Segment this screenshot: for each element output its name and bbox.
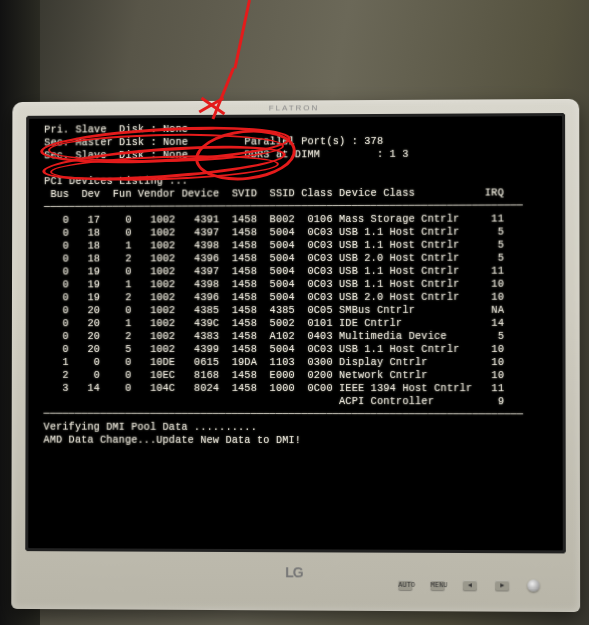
monitor-btn-auto[interactable]: AUTO (398, 580, 412, 590)
screen-bezel: Pri. Slave Disk : None Sec. Master Disk … (25, 113, 566, 553)
monitor-power-button[interactable] (527, 579, 539, 591)
monitor-btn-left[interactable]: ◄ (463, 580, 477, 590)
monitor-frame: FLATRON Pri. Slave Disk : None Sec. Mast… (11, 99, 580, 612)
monitor-buttons: AUTO MENU ◄ ► (398, 579, 539, 592)
bios-screen: Pri. Slave Disk : None Sec. Master Disk … (31, 119, 560, 547)
monitor-btn-right[interactable]: ► (495, 580, 509, 590)
monitor-brand-top: FLATRON (269, 103, 320, 112)
monitor-logo: LG (285, 564, 302, 580)
monitor-btn-menu[interactable]: MENU (431, 580, 445, 590)
